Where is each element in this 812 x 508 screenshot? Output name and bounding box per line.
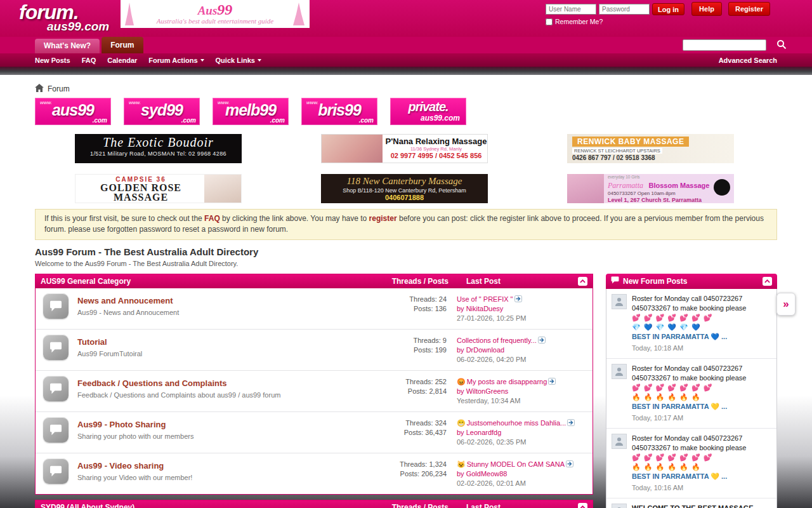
hearts-emoji: 💕 💕 💕 💕 💕 💕 💕 bbox=[632, 383, 771, 392]
forum-title-link[interactable]: Aus99 - Video sharing bbox=[77, 461, 164, 471]
password-input[interactable] bbox=[599, 4, 650, 15]
last-post-author-link[interactable]: by DrDownload bbox=[457, 346, 504, 354]
sidebar-post-link[interactable]: Roster for Monday call 0450723267 045073… bbox=[632, 434, 771, 481]
thread-emoji-icon: 😁 bbox=[457, 419, 466, 427]
sub-nav: New Posts FAQ Calendar Forum Actions Qui… bbox=[0, 53, 812, 67]
sidebar-new-forum-posts: New Forum Posts Roster for Monday call 0… bbox=[606, 274, 777, 508]
last-post-date: 06-02-2026, 02:35 PM bbox=[457, 438, 587, 447]
sidebar-header: New Forum Posts bbox=[606, 274, 777, 289]
header-ad-banner[interactable]: Aus99 Australia's best adult entertainme… bbox=[121, 0, 310, 28]
faq-link[interactable]: FAQ bbox=[204, 214, 220, 223]
last-post-link[interactable]: Collections of frequently... bbox=[457, 337, 537, 344]
nav-quick-links[interactable]: Quick Links bbox=[216, 57, 261, 64]
remember-me-checkbox[interactable] bbox=[546, 18, 553, 25]
last-post-author-link[interactable]: by GoldMeow88 bbox=[457, 470, 508, 478]
ad-renwick-massage[interactable]: RENWICK BABY MASSAGE RENWICK ST LEICHHAR… bbox=[567, 134, 734, 163]
username-input[interactable] bbox=[546, 4, 596, 15]
forum-title-link[interactable]: Tutorial bbox=[77, 337, 107, 347]
last-post-date: 27-01-2026, 10:25 PM bbox=[457, 314, 587, 323]
avatar[interactable] bbox=[612, 364, 627, 379]
collapse-category-icon[interactable] bbox=[578, 503, 587, 508]
last-post-link[interactable]: Justsomehourhoe miss Dahlia... bbox=[467, 419, 566, 427]
category-aus99-general: AUS99 General Category Threads / Posts L… bbox=[35, 274, 593, 495]
last-post-link[interactable]: Stunny MODEL On CAM SANA bbox=[467, 460, 565, 468]
forum-row: Feedback / Questions and Complaints Feed… bbox=[36, 370, 593, 411]
caret-down-icon bbox=[258, 59, 261, 62]
sidebar-post-link[interactable]: WELCOME TO THE BEST MASSAGE bbox=[632, 504, 754, 508]
last-post-author-link[interactable]: by Leonardfdg bbox=[457, 429, 501, 436]
last-post-author-link[interactable]: by WiltonGreens bbox=[457, 387, 508, 395]
login-area: Log in Remember Me? bbox=[546, 3, 684, 25]
forum-row: News and Annoucement Aus99 - News and An… bbox=[36, 288, 593, 329]
search-button[interactable] bbox=[774, 39, 789, 51]
site-logo-syd99[interactable]: www. syd99 .com bbox=[124, 98, 200, 125]
category-header: AUS99 General Category Threads / Posts L… bbox=[36, 274, 593, 288]
register-link[interactable]: register bbox=[369, 214, 397, 223]
site-logo-aus99[interactable]: www. aus99 .com bbox=[35, 98, 111, 125]
site-logo-bris99[interactable]: www. bris99 .com bbox=[301, 98, 377, 125]
forum-icon bbox=[43, 376, 69, 401]
tab-whats-new[interactable]: What's New? bbox=[35, 39, 100, 53]
forum-last-post: 😁Justsomehourhoe miss Dahlia... by Leona… bbox=[457, 417, 587, 447]
goto-last-post-icon[interactable] bbox=[548, 378, 556, 385]
sidebar-post-link[interactable]: Roster for Monday call 0450723267 045073… bbox=[632, 294, 771, 342]
tower-icon bbox=[291, 1, 307, 28]
collapse-category-icon[interactable] bbox=[578, 277, 587, 286]
goto-last-post-icon[interactable] bbox=[566, 460, 573, 467]
header-shadow-strip bbox=[0, 67, 812, 75]
sidebar-post-link[interactable]: Roster for Monday call 0450723267 045073… bbox=[632, 364, 771, 411]
page-title: Aus99 Forum - The Best Australia Adult D… bbox=[35, 246, 812, 257]
post-date: Today, 10:16 AM bbox=[632, 483, 771, 493]
first-visit-notice: If this is your first visit, be sure to … bbox=[35, 209, 777, 240]
sidebar-toggle-button[interactable]: » bbox=[776, 293, 796, 316]
site-logo-melb99[interactable]: www. melb99 .com bbox=[213, 98, 289, 125]
ad-row-1: The Exotic Boudoir 1/521 Military Road, … bbox=[0, 134, 812, 163]
home-icon[interactable] bbox=[35, 84, 44, 94]
sidebar-post: Roster for Monday call 0450723267 045073… bbox=[606, 358, 776, 428]
last-post-author-link[interactable]: by NikitaDuesy bbox=[457, 305, 503, 312]
page-content: Forum www. aus99 .com www. syd99 .com ww… bbox=[0, 75, 812, 508]
help-button[interactable]: Help bbox=[691, 2, 722, 16]
page-subtitle: Welcome to the Aus99 Forum - The Best Au… bbox=[35, 260, 812, 267]
avatar[interactable] bbox=[612, 504, 627, 508]
tab-forum[interactable]: Forum bbox=[102, 37, 143, 53]
goto-last-post-icon[interactable] bbox=[514, 295, 522, 302]
advanced-search-link[interactable]: Advanced Search bbox=[719, 57, 777, 64]
post-date: Today, 10:17 AM bbox=[632, 413, 771, 423]
ad-exotic-boudoir[interactable]: The Exotic Boudoir 1/521 Military Road, … bbox=[75, 134, 242, 163]
ad-row-2: CAMPSIE 36 GOLDEN ROSE MASSAGE 36 NORTH … bbox=[0, 174, 812, 203]
nav-faq[interactable]: FAQ bbox=[82, 57, 96, 64]
forum-title-link[interactable]: Aus99 - Photo Sharing bbox=[77, 420, 166, 429]
nav-forum-actions[interactable]: Forum Actions bbox=[148, 57, 204, 64]
icons-emoji: 💎 💙 💎 💙 💎 💙 bbox=[632, 323, 771, 332]
post-date: Today, 10:18 AM bbox=[632, 344, 771, 353]
tab-bar: What's New? Forum bbox=[0, 37, 812, 53]
avatar[interactable] bbox=[612, 294, 627, 309]
collapse-sidebar-icon[interactable] bbox=[763, 277, 772, 286]
search-input[interactable] bbox=[683, 39, 766, 51]
site-logo-private-aus99[interactable]: private. aus99.com bbox=[390, 98, 466, 125]
forum-icon bbox=[43, 293, 69, 319]
nav-calendar[interactable]: Calendar bbox=[107, 57, 137, 64]
last-post-link[interactable]: Use of " PREFIX " bbox=[457, 295, 513, 303]
last-post-link[interactable]: My posts are disappearng bbox=[467, 378, 547, 385]
breadcrumb-forum-link[interactable]: Forum bbox=[48, 84, 70, 93]
forum-title-link[interactable]: News and Annoucement bbox=[77, 296, 173, 305]
ad-blossom-massage[interactable]: everyday 10 Girls Parramatta Blossom Mas… bbox=[567, 174, 734, 203]
nav-new-posts[interactable]: New Posts bbox=[35, 57, 70, 64]
avatar[interactable] bbox=[612, 434, 627, 449]
forum-stats: Threads: 324 Posts: 36,437 bbox=[380, 417, 447, 438]
site-logo[interactable]: forum. aus99.com bbox=[19, 2, 109, 32]
goto-last-post-icon[interactable] bbox=[567, 419, 575, 426]
ad-golden-rose-massage[interactable]: CAMPSIE 36 GOLDEN ROSE MASSAGE 36 NORTH … bbox=[75, 174, 242, 203]
forum-row: Aus99 - Video sharing Sharing your Video… bbox=[36, 453, 593, 494]
ad-pnana-massage[interactable]: P'Nana Relaxing Massage 11/36 Sydney Rd,… bbox=[321, 134, 488, 163]
forum-title-link[interactable]: Feedback / Questions and Complaints bbox=[77, 378, 227, 388]
goto-last-post-icon[interactable] bbox=[538, 337, 546, 344]
register-button[interactable]: Register bbox=[728, 2, 770, 16]
forum-icon bbox=[43, 417, 69, 443]
ad-logo-circle bbox=[714, 179, 730, 196]
sidebar-title: New Forum Posts bbox=[623, 277, 759, 286]
login-button[interactable]: Log in bbox=[652, 3, 684, 15]
ad-canterbury-massage[interactable]: 118 New Canterbury Massage Shop B/118-12… bbox=[321, 174, 488, 203]
